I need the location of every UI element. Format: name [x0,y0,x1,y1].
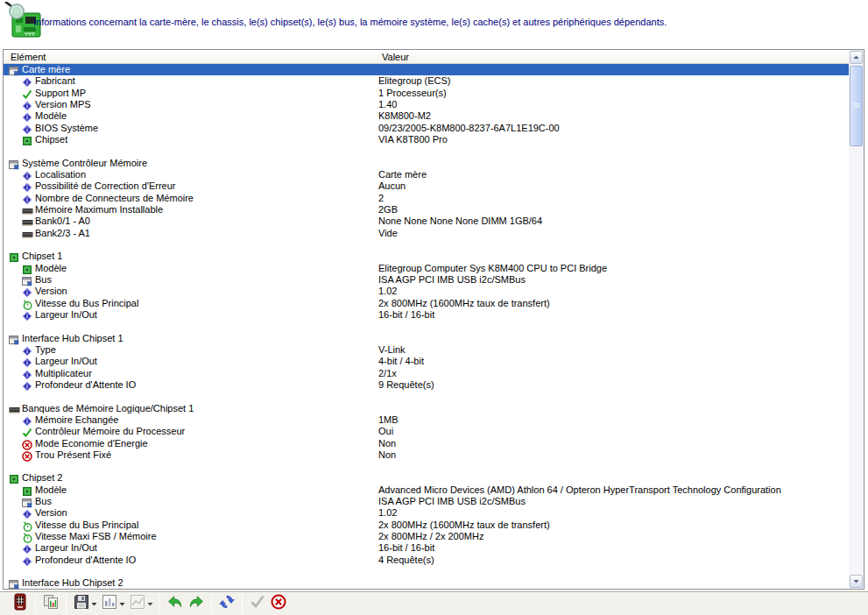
ok-button[interactable] [247,593,268,614]
tree-item-row[interactable]: BIOS Système09/23/2005-K8M800-8237-6A7L1… [4,123,849,134]
tree-item-row[interactable]: Trou Présent FixéNon [4,449,849,461]
scrollbar-thumb[interactable] [850,66,863,146]
memory-icon [22,204,33,216]
diamond-icon [22,379,33,391]
tree-item-row[interactable]: Version1.02 [4,507,849,519]
tree-item-row[interactable]: Support MP1 Processeur(s) [4,88,849,99]
tree-item-row[interactable]: Bank2/3 - A1Vide [4,228,849,239]
scroll-down-button[interactable] [850,575,863,588]
row-label: Multiplicateur [35,368,92,379]
tree-section-row[interactable]: Chipset 1 [4,251,849,262]
tree-section-row[interactable]: Interface Hub Chipset 1 [4,333,849,344]
row-label: Système Contrôleur Mémoire [22,158,147,169]
tree-item-row[interactable]: Contrôleur Mémoire du ProcesseurOui [4,426,849,437]
row-label: Fabricant [35,75,75,87]
blocked-icon [22,449,33,461]
row-label: Banques de Mémoire Logique/Chipset 1 [22,403,194,414]
tree-section-row[interactable]: Système Contrôleur Mémoire [4,158,849,169]
row-label: Mode Economie d'Energie [35,438,148,449]
tree-item-row[interactable]: Mémoire Echangée1MB [4,414,849,426]
diamond-icon [22,344,33,356]
row-label: Support MP [35,88,86,99]
diamond-icon [22,309,33,321]
toolbar-separator [35,595,36,613]
tree-item-row[interactable]: Largeur In/Out16-bit / 16-bit [4,309,849,321]
tree-item-row[interactable]: ModèleK8M800-M2 [4,110,849,122]
info-list-panel: Elément Valeur Carte mèreFabricantEliteg… [3,49,864,590]
diamond-icon [22,99,33,110]
row-label: Chipset 2 [22,472,62,484]
info-banner: Informations concernant la carte-mère, l… [0,0,868,47]
tree-item-row[interactable]: Possibilité de Correction d'ErreurAucun [4,180,849,192]
tree-item-row[interactable]: FabricantElitegroup (ECS) [4,75,849,87]
row-label: Bus [35,274,52,286]
tree-item-row[interactable]: LocalisationCarte mère [4,169,849,180]
tree-item-row[interactable]: ModèleElitegroup Computer Sys K8M400 CPU… [4,263,849,274]
tree-item-row[interactable]: Version1.02 [4,286,849,297]
row-value: 2 [378,193,384,204]
bar-chart-button[interactable] [99,593,127,614]
tree-item-row[interactable]: BusISA AGP PCI IMB USB i2c/SMBus [4,274,849,286]
tree-item-row[interactable]: Vitesse du Bus Principal2x 800MHz (1600M… [4,298,849,309]
compare-button[interactable] [40,593,61,614]
tree-item-row[interactable]: TypeV-Link [4,344,849,356]
tree-item-row[interactable]: Bank0/1 - A0None None None None DIMM 1GB… [4,216,849,227]
row-label: Carte mère [22,64,70,75]
module-button[interactable] [10,593,31,614]
row-value: V-Link [378,344,406,356]
tree-item-row[interactable]: Nombre de Connecteurs de Mémoire2 [4,193,849,204]
diamond-icon [22,542,33,554]
save-dropdown-arrow[interactable] [91,602,97,606]
column-header-valeur[interactable]: Valeur [382,52,409,62]
line-chart-dropdown-arrow[interactable] [147,602,153,606]
tree-item-row[interactable]: ModèleAdvanced Micro Devices (AMD) Athlo… [4,484,849,496]
row-label: Mémoire Echangée [35,414,118,426]
column-divider[interactable] [374,52,375,61]
undo-button[interactable] [165,593,186,614]
diamond-icon [22,123,33,134]
tree-item-row[interactable]: Largeur In/Out4-bit / 4-bit [4,356,849,367]
column-header-element[interactable]: Elément [11,52,46,62]
check-icon [22,88,33,99]
tree-section-row[interactable]: Chipset 2 [4,472,849,484]
refresh-button[interactable] [216,593,237,614]
row-value: 1.02 [378,507,397,519]
tree-item-row[interactable]: Largeur In/Out16-bit / 16-bit [4,542,849,554]
memory-icon [22,216,33,227]
diamond-icon [22,180,33,192]
tree-item-row[interactable]: Vitesse du Bus Principal2x 800MHz (1600M… [4,520,849,531]
tree-item-row[interactable]: Version MPS1.40 [4,99,849,110]
row-value: 1 Processeur(s) [378,88,447,99]
diamond-icon [22,193,33,204]
row-value: 4-bit / 4-bit [378,356,424,367]
cancel-button[interactable] [268,593,289,614]
row-value: None None None None DIMM 1GB/64 [378,216,542,227]
line-chart-icon [129,593,146,614]
row-value: ISA AGP PCI IMB USB i2c/SMBus [378,496,526,507]
clock-icon [22,520,33,531]
tree-item-row[interactable]: Profondeur d'Attente IO4 Requête(s) [4,555,849,566]
tree-section-row[interactable]: Banques de Mémoire Logique/Chipset 1 [4,403,849,414]
tree-item-row[interactable]: Mode Economie d'EnergieNon [4,438,849,449]
redo-arrow-icon [187,593,205,614]
tree-section-row[interactable]: Carte mère [4,64,849,75]
tree-item-row[interactable]: BusISA AGP PCI IMB USB i2c/SMBus [4,496,849,507]
diamond-icon [22,110,33,122]
tree-item-row[interactable]: Vitesse Maxi FSB / Mémoire2x 800MHz / 2x… [4,531,849,542]
tree-item-row[interactable]: Profondeur d'Attente IO9 Requête(s) [4,379,849,391]
redo-button[interactable] [186,593,207,614]
scroll-up-button[interactable] [850,51,863,64]
row-label: Modèle [35,263,67,274]
save-button[interactable] [71,593,99,614]
tree-item-row[interactable]: ChipsetVIA K8T800 Pro [4,134,849,145]
row-value: 2x 800MHz (1600MHz taux de transfert) [378,520,550,531]
tree-item-row[interactable]: Mémoire Maximum Installable2GB [4,204,849,216]
bar-chart-dropdown-arrow[interactable] [119,602,125,606]
toolbar-separator [211,595,212,613]
row-value: Carte mère [378,169,427,180]
tree-item-row[interactable]: Multiplicateur2/1x [4,368,849,379]
tree-section-row[interactable]: Interface Hub Chipset 2 [4,577,849,589]
line-chart-button[interactable] [127,593,155,614]
chip-icon [22,263,33,274]
vertical-scrollbar[interactable] [849,50,864,589]
